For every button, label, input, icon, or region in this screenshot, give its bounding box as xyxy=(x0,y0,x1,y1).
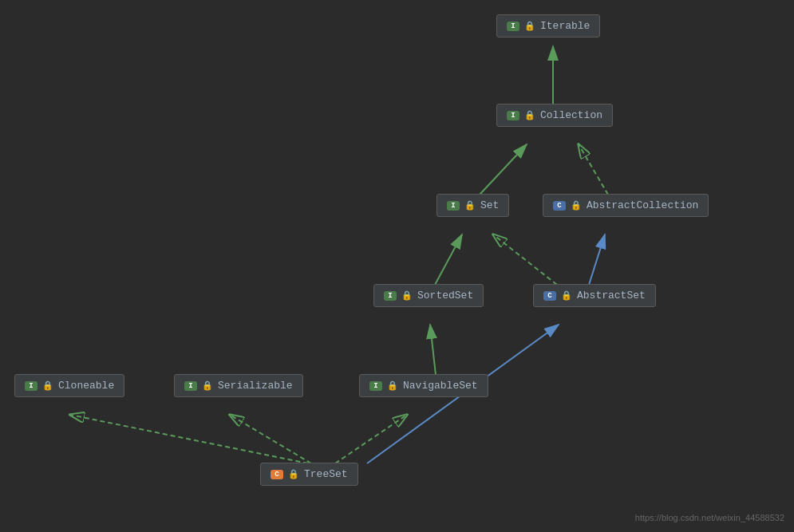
svg-line-10 xyxy=(70,415,308,463)
lock-cloneable: 🔒 xyxy=(42,380,53,391)
lock-iterable: 🔒 xyxy=(524,21,535,31)
label-collection: Collection xyxy=(540,109,602,121)
badge-cloneable: I xyxy=(25,381,38,391)
lock-navigableset: 🔒 xyxy=(387,380,398,391)
svg-line-5 xyxy=(579,144,608,195)
badge-serializable: I xyxy=(184,381,197,391)
label-set: Set xyxy=(480,199,499,211)
label-serializable: Serializable xyxy=(218,380,293,392)
lock-set: 🔒 xyxy=(464,200,476,211)
badge-iterable: I xyxy=(507,22,519,31)
node-sortedset: I 🔒 SortedSet xyxy=(373,284,484,307)
badge-collection: I xyxy=(507,111,519,120)
label-sortedset: SortedSet xyxy=(417,290,473,301)
label-abstractset: AbstractSet xyxy=(577,290,646,301)
lock-abstractcollection: 🔒 xyxy=(571,200,582,211)
badge-sortedset: I xyxy=(384,291,397,301)
label-navigableset: NavigableSet xyxy=(403,380,478,392)
svg-line-4 xyxy=(480,144,527,195)
label-treeset: TreeSet xyxy=(304,468,348,480)
node-treeset: C 🔒 TreeSet xyxy=(260,463,358,486)
lock-serializable: 🔒 xyxy=(202,380,213,391)
watermark: https://blog.csdn.net/weixin_44588532 xyxy=(635,513,784,522)
node-iterable: I 🔒 Iterable xyxy=(496,14,600,37)
badge-abstractset: C xyxy=(543,291,556,301)
node-serializable: I 🔒 Serializable xyxy=(174,374,303,397)
lock-abstractset: 🔒 xyxy=(561,290,572,301)
svg-line-7 xyxy=(493,234,557,285)
badge-abstractcollection: C xyxy=(553,201,566,211)
svg-line-9 xyxy=(430,325,436,375)
label-abstractcollection: AbstractCollection xyxy=(587,199,698,211)
node-cloneable: I 🔒 Cloneable xyxy=(14,374,124,397)
svg-line-8 xyxy=(589,234,605,285)
node-set: I 🔒 Set xyxy=(437,194,509,217)
label-cloneable: Cloneable xyxy=(58,380,114,392)
node-navigableset: I 🔒 NavigableSet xyxy=(359,374,488,397)
svg-line-11 xyxy=(230,415,311,463)
badge-navigableset: I xyxy=(369,381,382,391)
badge-set: I xyxy=(447,201,460,211)
node-abstractcollection: C 🔒 AbstractCollection xyxy=(543,194,709,217)
lock-collection: 🔒 xyxy=(524,110,535,120)
svg-line-6 xyxy=(435,234,462,285)
node-abstractset: C 🔒 AbstractSet xyxy=(533,284,656,307)
lock-treeset: 🔒 xyxy=(288,469,299,479)
lock-sortedset: 🔒 xyxy=(401,290,413,301)
label-iterable: Iterable xyxy=(540,20,590,32)
badge-treeset: C xyxy=(271,470,283,479)
node-collection: I 🔒 Collection xyxy=(496,104,613,127)
svg-line-12 xyxy=(335,415,407,463)
